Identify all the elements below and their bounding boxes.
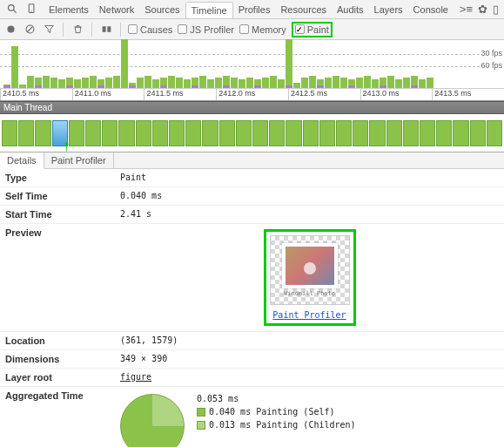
main-thread-block[interactable] [436,120,452,146]
main-thread-lane[interactable]: ↑ [0,114,504,152]
main-thread-block[interactable] [386,120,402,146]
aggregated-self: 0.040 ms Painting (Self) [197,407,356,417]
main-thread-block[interactable] [252,120,268,146]
tab-elements[interactable]: Elements [44,2,94,17]
preview-thumbnail: Windmill Photo [270,235,350,305]
main-thread-block[interactable] [2,120,17,146]
detail-tab-paint-profiler[interactable]: Paint Profiler [44,152,114,168]
overview-bar [372,79,379,88]
overview-bar [137,78,144,88]
main-thread-block[interactable] [69,120,84,146]
main-thread-block[interactable] [185,120,201,146]
main-thread-block[interactable] [286,120,301,146]
dock-icon[interactable]: ▯ [493,3,499,16]
overview-bar [309,76,316,88]
main-thread-header: Main Thread [0,101,504,114]
main-thread-block[interactable] [369,120,385,146]
overview-bar [192,78,198,88]
preview-image [282,243,338,288]
marker-arrow-icon: ↑ [63,137,71,155]
overview-timeline[interactable]: 30 fps 60 fps 2410.5 ms2411.0 ms2411.5 m… [0,40,504,101]
device-icon[interactable] [24,3,38,17]
tab-timeline[interactable]: Timeline [185,2,233,18]
overview-bar [27,76,34,88]
clear-icon[interactable] [23,23,37,37]
main-thread-block[interactable] [35,120,50,146]
paint-profiler-link[interactable]: Paint Profiler [272,310,346,320]
overview-bar [199,76,206,88]
main-thread-block[interactable] [85,120,101,146]
tab-resources[interactable]: Resources [275,2,332,17]
devtools-topbar: ElementsNetworkSourcesTimelineProfilesRe… [0,0,504,19]
value-type: Paint [115,169,504,186]
overview-bar [419,79,426,88]
top-right-icons: >≡ ✿ ▯ [454,3,504,16]
panel-tabs: ElementsNetworkSourcesTimelineProfilesRe… [44,2,454,17]
main-thread-block[interactable] [18,120,34,146]
overview-bar [152,79,159,88]
main-thread-block[interactable] [236,120,252,146]
jsprofiler-checkbox[interactable]: JS Profiler [178,24,234,35]
record-icon[interactable] [3,23,17,37]
main-thread-block[interactable] [219,120,235,146]
overview-bar [395,79,402,88]
overview-bar [380,78,386,88]
tab-sources[interactable]: Sources [139,2,185,17]
overview-bar [278,79,285,88]
main-thread-block[interactable] [136,120,151,146]
paint-checkbox[interactable]: Paint [295,24,329,35]
svg-rect-8 [107,26,111,32]
main-thread-block[interactable] [269,120,285,146]
overview-bar [286,39,292,88]
time-axis: 2410.5 ms2411.0 ms2411.5 ms2412.0 ms2412… [0,88,504,100]
overview-bar [43,76,50,88]
label-starttime: Start Time [0,206,115,223]
tab-console[interactable]: Console [408,2,454,17]
overview-bar [246,78,253,88]
overview-bar [317,79,324,88]
main-thread-block[interactable] [319,120,335,146]
overview-bar [168,76,175,88]
filter-icon[interactable] [42,23,56,37]
search-icon[interactable] [5,3,19,17]
memory-checkbox[interactable]: Memory [239,24,286,35]
aggregated-legend: 0.053 ms 0.040 ms Painting (Self) 0.013 … [197,394,356,433]
main-thread-block[interactable] [169,120,185,146]
overview-bar [231,78,238,88]
tab-network[interactable]: Network [94,2,139,17]
label-type: Type [0,169,115,186]
main-thread-block[interactable] [487,120,502,146]
tab-layers[interactable]: Layers [369,2,408,17]
tab-audits[interactable]: Audits [332,2,369,17]
main-thread-block[interactable] [453,120,468,146]
main-thread-block[interactable] [303,120,319,146]
causes-checkbox[interactable]: Causes [128,24,172,35]
label-layerroot: Layer root [0,369,115,386]
svg-point-4 [7,25,14,32]
aggregated-total: 0.053 ms [197,394,356,403]
overview-bar [387,76,394,88]
view-mode-icon[interactable] [99,23,113,37]
main-thread-block[interactable] [202,120,218,146]
main-thread-block[interactable] [403,120,419,146]
garbage-icon[interactable] [71,23,84,37]
overview-bar [340,78,347,88]
detail-tab-details[interactable]: Details [0,152,44,169]
value-location: (361, 1579) [115,332,504,349]
overview-bar [82,78,89,88]
main-thread-block[interactable] [102,120,118,146]
main-thread-block[interactable] [118,120,134,146]
layerroot-link[interactable]: figure [120,372,151,382]
console-toggle-icon[interactable]: >≡ [460,3,473,16]
main-thread-block[interactable] [152,120,168,146]
gear-icon[interactable]: ✿ [478,3,487,16]
main-thread-block[interactable] [470,120,486,146]
aggregated-children: 0.013 ms Painting (Children) [197,420,356,430]
timeline-toolbar: Causes JS Profiler Memory Paint [0,19,504,40]
main-thread-block[interactable] [336,120,352,146]
axis-tick: 2411.0 ms [72,89,144,100]
main-thread-block[interactable] [420,120,435,146]
main-thread-block[interactable] [353,120,368,146]
tab-profiles[interactable]: Profiles [233,2,276,17]
overview-bar [144,76,151,88]
